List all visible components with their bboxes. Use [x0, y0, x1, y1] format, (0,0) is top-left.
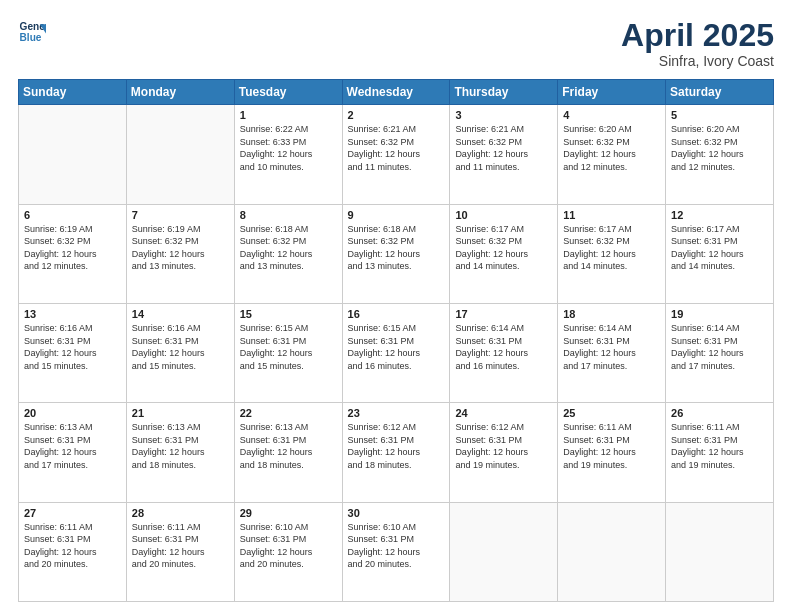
- day-info: Sunrise: 6:18 AM Sunset: 6:32 PM Dayligh…: [348, 223, 445, 273]
- calendar-cell: 21Sunrise: 6:13 AM Sunset: 6:31 PM Dayli…: [126, 403, 234, 502]
- calendar-cell: 24Sunrise: 6:12 AM Sunset: 6:31 PM Dayli…: [450, 403, 558, 502]
- calendar-table: Sunday Monday Tuesday Wednesday Thursday…: [18, 79, 774, 602]
- week-row-1: 6Sunrise: 6:19 AM Sunset: 6:32 PM Daylig…: [19, 204, 774, 303]
- day-info: Sunrise: 6:14 AM Sunset: 6:31 PM Dayligh…: [671, 322, 768, 372]
- calendar-cell: 17Sunrise: 6:14 AM Sunset: 6:31 PM Dayli…: [450, 303, 558, 402]
- day-number: 12: [671, 209, 768, 221]
- calendar-cell: 16Sunrise: 6:15 AM Sunset: 6:31 PM Dayli…: [342, 303, 450, 402]
- week-row-4: 27Sunrise: 6:11 AM Sunset: 6:31 PM Dayli…: [19, 502, 774, 601]
- day-number: 13: [24, 308, 121, 320]
- day-info: Sunrise: 6:17 AM Sunset: 6:32 PM Dayligh…: [563, 223, 660, 273]
- month-title: April 2025: [621, 18, 774, 53]
- calendar-cell: 13Sunrise: 6:16 AM Sunset: 6:31 PM Dayli…: [19, 303, 127, 402]
- col-wednesday: Wednesday: [342, 80, 450, 105]
- day-info: Sunrise: 6:11 AM Sunset: 6:31 PM Dayligh…: [671, 421, 768, 471]
- col-saturday: Saturday: [666, 80, 774, 105]
- col-thursday: Thursday: [450, 80, 558, 105]
- day-number: 18: [563, 308, 660, 320]
- day-info: Sunrise: 6:19 AM Sunset: 6:32 PM Dayligh…: [132, 223, 229, 273]
- day-number: 10: [455, 209, 552, 221]
- day-number: 2: [348, 109, 445, 121]
- day-number: 22: [240, 407, 337, 419]
- day-info: Sunrise: 6:15 AM Sunset: 6:31 PM Dayligh…: [240, 322, 337, 372]
- week-row-3: 20Sunrise: 6:13 AM Sunset: 6:31 PM Dayli…: [19, 403, 774, 502]
- day-number: 11: [563, 209, 660, 221]
- day-number: 7: [132, 209, 229, 221]
- day-info: Sunrise: 6:14 AM Sunset: 6:31 PM Dayligh…: [563, 322, 660, 372]
- day-info: Sunrise: 6:21 AM Sunset: 6:32 PM Dayligh…: [455, 123, 552, 173]
- calendar-cell: [126, 105, 234, 204]
- day-info: Sunrise: 6:12 AM Sunset: 6:31 PM Dayligh…: [455, 421, 552, 471]
- day-number: 24: [455, 407, 552, 419]
- day-info: Sunrise: 6:10 AM Sunset: 6:31 PM Dayligh…: [240, 521, 337, 571]
- page: General Blue April 2025 Sinfra, Ivory Co…: [0, 0, 792, 612]
- calendar-cell: 20Sunrise: 6:13 AM Sunset: 6:31 PM Dayli…: [19, 403, 127, 502]
- calendar-cell: 7Sunrise: 6:19 AM Sunset: 6:32 PM Daylig…: [126, 204, 234, 303]
- day-info: Sunrise: 6:12 AM Sunset: 6:31 PM Dayligh…: [348, 421, 445, 471]
- day-info: Sunrise: 6:14 AM Sunset: 6:31 PM Dayligh…: [455, 322, 552, 372]
- calendar-cell: 2Sunrise: 6:21 AM Sunset: 6:32 PM Daylig…: [342, 105, 450, 204]
- calendar-cell: 23Sunrise: 6:12 AM Sunset: 6:31 PM Dayli…: [342, 403, 450, 502]
- calendar-cell: [19, 105, 127, 204]
- day-info: Sunrise: 6:19 AM Sunset: 6:32 PM Dayligh…: [24, 223, 121, 273]
- day-number: 15: [240, 308, 337, 320]
- day-number: 29: [240, 507, 337, 519]
- calendar-header-row: Sunday Monday Tuesday Wednesday Thursday…: [19, 80, 774, 105]
- calendar-cell: 9Sunrise: 6:18 AM Sunset: 6:32 PM Daylig…: [342, 204, 450, 303]
- day-number: 9: [348, 209, 445, 221]
- calendar-cell: 19Sunrise: 6:14 AM Sunset: 6:31 PM Dayli…: [666, 303, 774, 402]
- calendar-cell: 27Sunrise: 6:11 AM Sunset: 6:31 PM Dayli…: [19, 502, 127, 601]
- svg-text:Blue: Blue: [20, 32, 42, 43]
- day-number: 28: [132, 507, 229, 519]
- day-info: Sunrise: 6:20 AM Sunset: 6:32 PM Dayligh…: [671, 123, 768, 173]
- calendar-cell: 15Sunrise: 6:15 AM Sunset: 6:31 PM Dayli…: [234, 303, 342, 402]
- day-number: 23: [348, 407, 445, 419]
- day-number: 26: [671, 407, 768, 419]
- calendar-cell: 3Sunrise: 6:21 AM Sunset: 6:32 PM Daylig…: [450, 105, 558, 204]
- day-number: 16: [348, 308, 445, 320]
- day-info: Sunrise: 6:17 AM Sunset: 6:31 PM Dayligh…: [671, 223, 768, 273]
- calendar-cell: [558, 502, 666, 601]
- day-info: Sunrise: 6:13 AM Sunset: 6:31 PM Dayligh…: [24, 421, 121, 471]
- calendar-cell: 12Sunrise: 6:17 AM Sunset: 6:31 PM Dayli…: [666, 204, 774, 303]
- logo: General Blue: [18, 18, 46, 46]
- day-number: 5: [671, 109, 768, 121]
- day-info: Sunrise: 6:22 AM Sunset: 6:33 PM Dayligh…: [240, 123, 337, 173]
- calendar-cell: 18Sunrise: 6:14 AM Sunset: 6:31 PM Dayli…: [558, 303, 666, 402]
- day-number: 30: [348, 507, 445, 519]
- day-info: Sunrise: 6:18 AM Sunset: 6:32 PM Dayligh…: [240, 223, 337, 273]
- day-number: 6: [24, 209, 121, 221]
- day-info: Sunrise: 6:16 AM Sunset: 6:31 PM Dayligh…: [24, 322, 121, 372]
- title-block: April 2025 Sinfra, Ivory Coast: [621, 18, 774, 69]
- calendar-cell: [450, 502, 558, 601]
- col-friday: Friday: [558, 80, 666, 105]
- calendar-cell: 1Sunrise: 6:22 AM Sunset: 6:33 PM Daylig…: [234, 105, 342, 204]
- day-info: Sunrise: 6:13 AM Sunset: 6:31 PM Dayligh…: [132, 421, 229, 471]
- week-row-0: 1Sunrise: 6:22 AM Sunset: 6:33 PM Daylig…: [19, 105, 774, 204]
- calendar-cell: 10Sunrise: 6:17 AM Sunset: 6:32 PM Dayli…: [450, 204, 558, 303]
- calendar-cell: 29Sunrise: 6:10 AM Sunset: 6:31 PM Dayli…: [234, 502, 342, 601]
- day-number: 3: [455, 109, 552, 121]
- day-number: 14: [132, 308, 229, 320]
- col-sunday: Sunday: [19, 80, 127, 105]
- calendar-cell: 5Sunrise: 6:20 AM Sunset: 6:32 PM Daylig…: [666, 105, 774, 204]
- day-number: 4: [563, 109, 660, 121]
- day-number: 17: [455, 308, 552, 320]
- header: General Blue April 2025 Sinfra, Ivory Co…: [18, 18, 774, 69]
- calendar-cell: [666, 502, 774, 601]
- calendar-cell: 25Sunrise: 6:11 AM Sunset: 6:31 PM Dayli…: [558, 403, 666, 502]
- calendar-cell: 14Sunrise: 6:16 AM Sunset: 6:31 PM Dayli…: [126, 303, 234, 402]
- day-number: 8: [240, 209, 337, 221]
- day-info: Sunrise: 6:11 AM Sunset: 6:31 PM Dayligh…: [132, 521, 229, 571]
- day-number: 19: [671, 308, 768, 320]
- day-number: 25: [563, 407, 660, 419]
- day-info: Sunrise: 6:16 AM Sunset: 6:31 PM Dayligh…: [132, 322, 229, 372]
- day-info: Sunrise: 6:17 AM Sunset: 6:32 PM Dayligh…: [455, 223, 552, 273]
- calendar-cell: 28Sunrise: 6:11 AM Sunset: 6:31 PM Dayli…: [126, 502, 234, 601]
- day-number: 20: [24, 407, 121, 419]
- calendar-cell: 22Sunrise: 6:13 AM Sunset: 6:31 PM Dayli…: [234, 403, 342, 502]
- day-info: Sunrise: 6:11 AM Sunset: 6:31 PM Dayligh…: [24, 521, 121, 571]
- day-number: 21: [132, 407, 229, 419]
- calendar-cell: 4Sunrise: 6:20 AM Sunset: 6:32 PM Daylig…: [558, 105, 666, 204]
- logo-icon: General Blue: [18, 18, 46, 46]
